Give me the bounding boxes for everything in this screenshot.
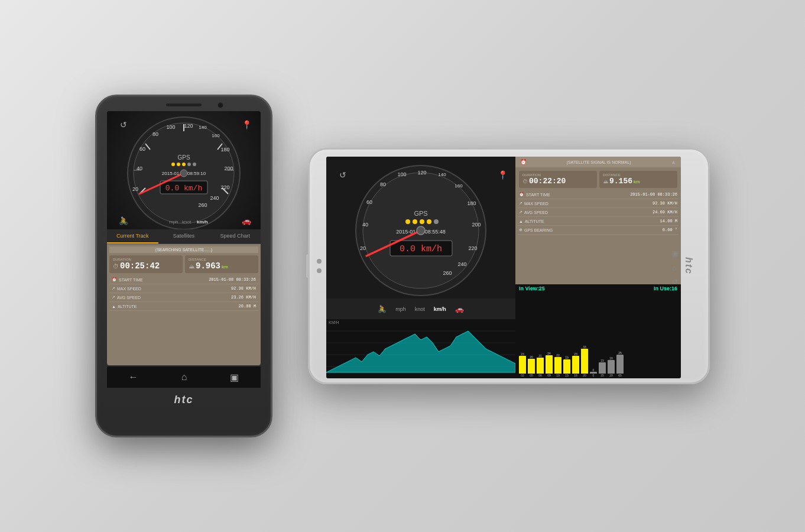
side-dot-1 [317, 259, 322, 264]
svg-text:0.0 km/h: 0.0 km/h [400, 244, 442, 254]
svg-point-26 [187, 163, 191, 166]
max-speed-label: ↗ MAX SPEED [112, 286, 141, 291]
svg-point-58 [413, 219, 417, 224]
home-nav-icon[interactable]: ⌂ [181, 372, 187, 382]
svg-text:100: 100 [397, 171, 406, 177]
svg-text:260: 260 [198, 202, 207, 208]
satellite-bar-chart: 23 02 20 05 21 [515, 293, 681, 378]
svg-text:60: 60 [139, 146, 145, 152]
landscape-units: 🚴 mph knot km/h 🚗 [326, 299, 515, 319]
satellite-status: (SEARCHING SATELLITE......) [109, 246, 258, 253]
right-avg-speed-row: ↗AVG SPEED 24.60 KM/H [518, 208, 679, 217]
right-start-time-row: ⏰START TIME 2015-01-08 08:33:26 [518, 190, 679, 199]
sat-bar-13: 19 13 [563, 356, 570, 377]
back-nav-icon[interactable]: ← [129, 372, 138, 382]
right-max-value: 92.38 KM/H [653, 201, 677, 206]
right-alt-value: 14.00 M [660, 219, 677, 223]
phone-portrait: 20 40 60 80 100 120 140 160 180 200 220 … [95, 95, 272, 437]
speed-chart-landscape: KM/H [326, 319, 515, 378]
svg-text:120: 120 [417, 170, 426, 176]
stats-section-portrait: (SEARCHING SATELLITE......) DURATION ⏱ 0… [107, 244, 261, 365]
svg-text:140: 140 [438, 172, 446, 177]
phone-landscape: 20 40 60 80 100 120 140 160 180 200 220 … [308, 148, 710, 384]
svg-text:240: 240 [210, 195, 219, 201]
svg-point-59 [420, 219, 424, 224]
right-bearing-label: ⊕GPS BEARING [519, 228, 553, 232]
svg-text:100: 100 [166, 124, 175, 130]
svg-text:GPS: GPS [414, 210, 427, 217]
right-stat-rows: ⏰START TIME 2015-01-08 08:33:26 ↗MAX SPE… [515, 190, 681, 284]
right-bearing-row: ⊕GPS BEARING 0.00 ° [518, 226, 679, 235]
right-altitude-row: ▲ALTITUTE 14.00 M [518, 217, 679, 226]
svg-text:180: 180 [220, 147, 229, 153]
side-dots [317, 259, 322, 273]
svg-text:220: 220 [468, 245, 477, 251]
recent-nav-icon[interactable]: ▣ [230, 372, 239, 383]
right-bearing-value: 0.00 ° [663, 228, 677, 232]
distance-stat: DISTANCE ⛰ 9.963 km [185, 255, 258, 273]
sat-bar-29: 18 29 [608, 356, 615, 377]
svg-point-60 [427, 219, 431, 224]
svg-point-25 [182, 163, 186, 166]
side-dot-2 [317, 268, 322, 273]
copy-icon[interactable]: ▣ [672, 249, 679, 258]
duration-value: 00:25:42 [120, 261, 160, 271]
sat-bar-02: 23 02 [519, 352, 526, 377]
start-time-row: ⏰ START TIME 2015-01-08 08:33:26 [109, 275, 258, 284]
svg-text:GPS: GPS [177, 154, 190, 161]
right-duration-stat: DURATION ⏱ 00:22:20 [519, 171, 597, 188]
max-speed-value: 92.38 KM/H [231, 286, 256, 291]
svg-text:220: 220 [220, 184, 229, 190]
right-big-stats: DURATION ⏱ 00:22:20 DISTANCE ⛰ 9.156 km [515, 167, 681, 190]
right-duration-value: 00:22:20 [529, 177, 566, 186]
unit-kmh[interactable]: km/h [434, 306, 446, 312]
unit-mph[interactable]: mph [395, 306, 406, 312]
satellite-normal-text: (SATELLITE SIGNAL IS NORMAL) [527, 160, 671, 164]
home-landscape-icon[interactable]: ⌂ [672, 264, 679, 272]
satellite-signal-bar: ⏰ (SATELLITE SIGNAL IS NORMAL) ▲ [515, 157, 681, 167]
sat-bar-12: 22 13 [554, 353, 561, 377]
svg-text:0.0 km/h: 0.0 km/h [165, 184, 202, 193]
htc-brand-portrait: htc [174, 394, 194, 406]
nav-bar-portrait: ← ⌂ ▣ [107, 366, 261, 388]
sat-bar-20: 33 20 [581, 345, 588, 377]
svg-text:240: 240 [457, 261, 466, 267]
altitude-label: ▲ ALTITUTE [112, 304, 137, 309]
landscape-left-panel: 20 40 60 80 100 120 140 160 180 200 220 … [326, 157, 515, 378]
in-use-label: In Use:16 [654, 286, 677, 291]
distance-value: 9.963 [196, 261, 220, 271]
sat-bar-18: 23 18 [572, 352, 579, 377]
unit-knot[interactable]: knot [415, 306, 425, 312]
right-max-label: ↗MAX SPEED [519, 201, 548, 206]
screen-landscape: 20 40 60 80 100 120 140 160 180 200 220 … [326, 157, 681, 378]
tab-current-track[interactable]: Current Track [107, 229, 158, 244]
svg-point-27 [193, 163, 196, 166]
svg-text:40: 40 [137, 166, 142, 171]
volume-button[interactable] [306, 254, 310, 278]
svg-text:60: 60 [366, 199, 372, 205]
svg-text:160: 160 [455, 183, 463, 189]
svg-point-66 [417, 226, 425, 235]
svg-text:🚗: 🚗 [242, 216, 252, 226]
duration-stat: DURATION ⏱ 00:25:42 [109, 255, 183, 273]
right-max-speed-row: ↗MAX SPEED 92.38 KM/H [518, 199, 679, 208]
tab-satellites[interactable]: Satellites [158, 229, 210, 244]
right-start-label: ⏰START TIME [519, 192, 550, 197]
tab-speed-chart[interactable]: Speed Chart [209, 229, 261, 244]
svg-text:km/h: km/h [197, 219, 208, 225]
svg-point-24 [177, 163, 180, 166]
right-avg-value: 24.60 KM/H [653, 210, 677, 215]
right-start-value: 2015-01-08 08:33:26 [630, 192, 677, 197]
satellite-view: In View:25 In Use:16 23 02 [515, 284, 681, 378]
avg-speed-value: 23.26 KM/H [231, 295, 256, 300]
svg-text:🚴: 🚴 [119, 216, 129, 226]
side-nav: ▣ ⌂ ↺ [672, 249, 679, 286]
sat-bar-09: 24 09 [546, 352, 553, 377]
satellite-panel: In View:25 In Use:16 23 02 [515, 284, 681, 378]
max-speed-row: ↗ MAX SPEED 92.38 KM/H [109, 284, 258, 293]
svg-text:120: 120 [184, 123, 193, 129]
right-avg-label: ↗AVG SPEED [519, 210, 548, 215]
svg-text:80: 80 [152, 131, 158, 137]
back-landscape-icon[interactable]: ↺ [672, 278, 679, 286]
chart-km-label: KM/H [329, 320, 339, 325]
